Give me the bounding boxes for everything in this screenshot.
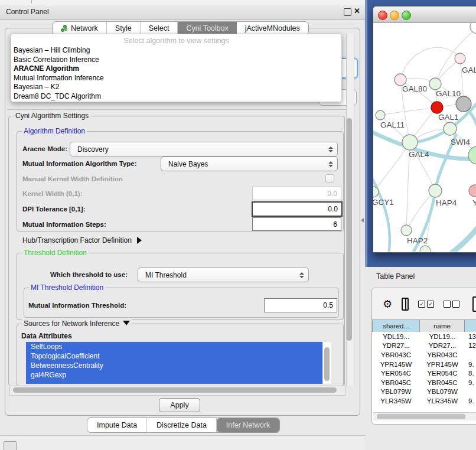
minimized-panel-button[interactable] xyxy=(4,441,17,450)
combobox-arrows-icon xyxy=(295,272,308,278)
network-node-hap2[interactable] xyxy=(401,225,412,236)
network-node[interactable] xyxy=(420,246,431,252)
attribute-item-partial[interactable] xyxy=(26,380,322,384)
column-header-name[interactable]: name xyxy=(420,319,465,332)
close-icon[interactable]: ✕ xyxy=(354,6,360,15)
table-row[interactable]: YER054CYER054C8. xyxy=(372,369,476,378)
unselect-all-columns-icon[interactable] xyxy=(444,301,459,308)
network-node[interactable] xyxy=(431,102,443,113)
table-panel-title: Table Panel xyxy=(376,272,415,281)
algorithm-option-mutual-information-inference[interactable]: Mutual Information Inference xyxy=(14,74,339,83)
tab-select[interactable]: Select xyxy=(141,22,178,35)
combobox-arrows-icon xyxy=(324,161,337,167)
gear-icon[interactable]: ⚙ xyxy=(383,298,392,311)
node-label-gal10: GAL10 xyxy=(436,89,461,98)
aracne-mode-combobox[interactable]: Discovery xyxy=(70,142,338,156)
sources-title: Sources for Network Inference xyxy=(24,319,119,328)
float-window-icon[interactable] xyxy=(344,8,351,16)
network-view-window: GALGAL80GAL10GAL1GAL11GAL4SWI4GCY1HAP4YH… xyxy=(373,6,476,253)
network-node-gal11[interactable] xyxy=(376,110,385,120)
tab-network[interactable]: Network xyxy=(53,22,107,35)
node-label-gal11: GAL11 xyxy=(380,120,405,129)
table-cell: YPR145W xyxy=(420,360,465,369)
table-cell: YDR27... xyxy=(420,341,465,351)
new-table-icon[interactable] xyxy=(472,296,476,312)
table-toolbar: ⚙ ✓✓ xyxy=(372,288,476,319)
algorithm-option-basic-correlation-inference[interactable]: Basic Correlation Inference xyxy=(14,56,339,65)
table-cell: 8. xyxy=(465,369,476,378)
column-header-shared[interactable]: shared... xyxy=(372,319,420,332)
dpi-tolerance-field[interactable]: 0.0 xyxy=(252,201,343,217)
which-threshold-combobox[interactable]: MI Threshold xyxy=(138,268,309,282)
attribute-item-gal4rgexp[interactable]: gal4RGexp xyxy=(26,370,322,380)
table-row[interactable]: YBR045CYBR045C9. xyxy=(372,378,476,387)
close-traffic-light-icon[interactable] xyxy=(378,11,387,20)
network-node-gal80[interactable] xyxy=(395,74,406,86)
manual-kernel-checkbox[interactable] xyxy=(325,174,334,183)
network-node-hap4[interactable] xyxy=(429,184,442,197)
table-hscrollbar-thumb[interactable] xyxy=(377,414,465,419)
select-all-columns-icon[interactable]: ✓✓ xyxy=(418,301,434,308)
kernel-width-field[interactable]: 0.0 xyxy=(252,187,341,200)
bottom-tab-infer-network[interactable]: Infer Network xyxy=(217,418,279,432)
tab-style[interactable]: Style xyxy=(107,22,141,35)
network-node-gal1[interactable] xyxy=(444,122,457,135)
apply-button[interactable]: Apply xyxy=(159,398,200,412)
table-cell: YPR145W xyxy=(372,360,420,369)
table-cell: 9. xyxy=(465,360,476,369)
table-cell: YDL19... xyxy=(372,332,420,341)
attribute-item-topologicalcoefficient[interactable]: TopologicalCoefficient xyxy=(26,351,322,361)
table-row[interactable]: YBR043CYBR043C xyxy=(372,350,476,360)
hub-definition-toggle[interactable]: Hub/Transcription Factor Definition xyxy=(22,236,142,244)
settings-hscrollbar-thumb[interactable] xyxy=(13,387,337,393)
zoom-traffic-light-icon[interactable] xyxy=(402,11,411,20)
algorithm-option-bayesian-hill-climbing[interactable]: Bayesian – Hill Climbing xyxy=(14,46,339,56)
table-row[interactable]: YPR145WYPR145W9. xyxy=(372,360,476,369)
network-canvas[interactable]: GALGAL80GAL10GAL1GAL11GAL4SWI4GCY1HAP4YH… xyxy=(373,23,476,252)
network-node[interactable] xyxy=(468,146,476,164)
table-row[interactable]: YLR345WYLR345W9. xyxy=(372,396,476,405)
aracne-mode-label: Aracne Mode: xyxy=(22,145,67,152)
split-columns-icon[interactable] xyxy=(402,298,409,311)
algorithm-option-bayesian-k2[interactable]: Bayesian – K2 xyxy=(14,83,339,92)
column-header-item[interactable] xyxy=(465,319,476,332)
table-row[interactable]: YBL079WYBL079W xyxy=(372,387,476,397)
bottom-tab-impute-data[interactable]: Impute Data xyxy=(87,418,147,432)
aracne-mode-value: Discovery xyxy=(70,145,324,154)
table-cell xyxy=(465,350,476,360)
pane-resize-handle-icon[interactable] xyxy=(361,218,364,223)
minimize-traffic-light-icon[interactable] xyxy=(390,11,399,20)
mi-threshold-field[interactable]: 0.5 xyxy=(264,298,337,312)
table-row[interactable]: YDL19...YDL19...13 xyxy=(372,332,476,341)
table-cell: 13 xyxy=(465,332,476,341)
toolbar-divider xyxy=(31,0,32,4)
attribute-item-selfloops[interactable]: SelfLoops xyxy=(26,342,322,351)
network-node[interactable] xyxy=(456,96,471,112)
settings-vscrollbar-thumb[interactable] xyxy=(347,118,352,341)
table-cell xyxy=(465,387,476,397)
network-node-y[interactable] xyxy=(469,185,476,197)
table-row[interactable]: YDR27...YDR27...12 xyxy=(372,341,476,351)
table-hscrollbar-track[interactable] xyxy=(373,412,476,420)
tab-cyni-toolbox[interactable]: Cyni Toolbox xyxy=(178,22,236,35)
threshold-definition-title: Threshold Definition xyxy=(22,249,89,257)
attribute-item-betweennesscentrality[interactable]: BetweennessCentrality xyxy=(26,361,322,370)
network-node-gal[interactable] xyxy=(455,53,465,64)
network-node-gal4[interactable] xyxy=(402,135,418,150)
table-cell: 12 xyxy=(465,341,476,351)
mi-type-combobox[interactable]: Naive Bayes xyxy=(161,156,338,171)
network-node[interactable] xyxy=(470,23,476,34)
table-cell: YBR045C xyxy=(420,378,465,387)
status-strip xyxy=(0,436,365,450)
network-window-titlebar[interactable] xyxy=(373,6,476,23)
attributes-scrollbar-thumb[interactable] xyxy=(324,347,330,381)
data-attributes-list[interactable]: SelfLoopsTopologicalCoefficientBetweenne… xyxy=(26,342,322,384)
algorithm-option-dream8-dc-tdc-algorithm[interactable]: Dream8 DC_TDC Algorithm xyxy=(14,92,339,102)
algorithm-option-aracne-algorithm[interactable]: ARACNE Algorithm xyxy=(14,64,339,74)
mi-steps-field[interactable]: 6 xyxy=(252,217,341,231)
network-node-gal10[interactable] xyxy=(429,78,441,90)
sources-toggle[interactable]: Sources for Network Inference xyxy=(22,319,132,328)
bottom-tab-discretize-data[interactable]: Discretize Data xyxy=(147,418,217,432)
table-cell: YER054C xyxy=(420,369,465,378)
tab-jactivemnodules[interactable]: jActiveMNodules xyxy=(237,22,308,35)
